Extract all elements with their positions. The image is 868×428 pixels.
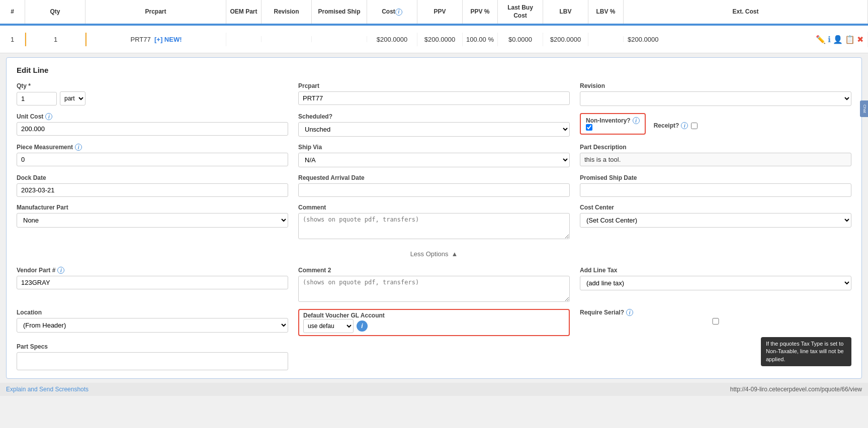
revision-label: Revision [580, 82, 851, 89]
user-icon[interactable]: 👤 [833, 35, 843, 44]
location-select[interactable]: (From Header) [17, 318, 288, 333]
th-lbv: LBV [543, 0, 588, 24]
th-extcost: Ext. Cost [624, 0, 868, 24]
row-extcost: $200.0000 ✏️ ℹ 👤 📋 ✖ [624, 32, 868, 47]
comment2-group: Comment 2 [298, 267, 570, 302]
comment2-label: Comment 2 [298, 267, 570, 274]
edit-icon[interactable]: ✏️ [816, 35, 826, 44]
ship-via-label: Ship Via [298, 144, 570, 151]
receipt-info-icon[interactable]: i [681, 122, 688, 129]
cost-center-group: Cost Center (Set Cost Center) [580, 204, 851, 239]
row-revision [262, 36, 312, 42]
qty-input[interactable] [17, 92, 57, 105]
less-options-label: Less Options [410, 250, 449, 258]
comment-label: Comment [298, 204, 570, 211]
th-prcpart: Prcpart [85, 0, 226, 24]
qty-row: part [17, 91, 288, 105]
req-arrival-label: Requested Arrival Date [298, 174, 570, 181]
dock-date-label: Dock Date [17, 174, 288, 181]
non-inventory-receipt-group: Non-Inventory? i Receipt? i [580, 113, 851, 137]
row-cost: $200.0000 [367, 33, 417, 46]
non-inventory-checkbox[interactable] [586, 124, 592, 131]
edit-panel: Edit Line Qty * part Prcpart Revision [6, 57, 862, 379]
part-specs-content [17, 352, 288, 370]
qty-label: Qty * [17, 82, 288, 89]
prcpart-label: Prcpart [298, 82, 570, 89]
triangle-up-icon: ▲ [452, 250, 458, 258]
row-lastbuy: $0.0000 [498, 33, 543, 46]
cost-info-icon[interactable]: i [395, 9, 402, 16]
row-qty: 1 [25, 33, 85, 46]
unit-cost-group: Unit Cost i [17, 113, 288, 137]
vendor-part-group: Vendor Part # i [17, 267, 288, 302]
prcpart-group: Prcpart [298, 82, 570, 106]
part-desc-value: this is a tool. [580, 153, 851, 166]
th-lbvpct: LBV % [588, 0, 624, 24]
comment-group: Comment [298, 204, 570, 239]
th-oem: OEM Part [226, 0, 262, 24]
add-line-tax-select[interactable]: (add line tax) [580, 276, 851, 290]
scheduled-select[interactable]: Unsched [298, 122, 570, 137]
row-lbvpct [588, 36, 624, 42]
add-line-tax-label: Add Line Tax [580, 267, 851, 274]
part-specs-group: Part Specs [17, 343, 288, 370]
copy-icon[interactable]: 📋 [845, 35, 855, 44]
promised-ship-input[interactable] [580, 183, 851, 197]
require-serial-info-icon[interactable]: i [626, 309, 633, 316]
comment2-textarea[interactable] [298, 276, 570, 302]
location-group: Location (From Header) [17, 309, 288, 336]
th-ppv: PPV [417, 0, 463, 24]
mfr-part-select[interactable]: None [17, 213, 288, 228]
scheduled-label: Scheduled? [298, 113, 570, 120]
piece-meas-info-icon[interactable]: i [75, 144, 82, 151]
new-link[interactable]: [+] NEW! [154, 36, 182, 43]
piece-meas-group: Piece Measurement i [17, 144, 288, 167]
bottom-bar: Explain and Send Screenshots http://4-09… [0, 383, 868, 396]
dock-date-input[interactable] [17, 183, 288, 197]
row-lbv: $200.0000 [543, 33, 588, 46]
less-options-row[interactable]: Less Options ▲ [17, 246, 851, 260]
info-icon[interactable]: ℹ [828, 35, 831, 44]
unit-cost-input[interactable] [17, 122, 288, 136]
explain-link[interactable]: Explain and Send Screenshots [6, 386, 89, 393]
gl-account-select[interactable]: use defau [303, 319, 354, 333]
edit-panel-title: Edit Line [17, 66, 851, 74]
comment-textarea[interactable] [298, 213, 570, 239]
non-inventory-box: Non-Inventory? i [580, 113, 646, 135]
require-serial-checkbox[interactable] [580, 318, 851, 325]
gl-info-button[interactable]: i [357, 320, 368, 332]
gl-account-label: Default Voucher GL Account [303, 312, 565, 319]
gl-account-highlighted: Default Voucher GL Account use defau i [298, 309, 570, 336]
unit-cost-info-icon[interactable]: i [45, 113, 52, 120]
form-grid: Qty * part Prcpart Revision Unit Cost i [17, 82, 851, 370]
gl-account-row: use defau i [303, 319, 565, 333]
require-serial-label: Require Serial? i [580, 309, 851, 316]
url-display: http://4-09-liro.cetecerpdevel.com/pquot… [730, 386, 862, 393]
revision-group: Revision [580, 82, 851, 106]
vendor-part-info-icon[interactable]: i [57, 267, 64, 274]
ship-via-select[interactable]: N/A [298, 153, 570, 167]
th-qty: Qty [25, 0, 85, 24]
cost-center-select[interactable]: (Set Cost Center) [580, 213, 851, 228]
mfr-part-group: Manufacturer Part None [17, 204, 288, 239]
part-desc-group: Part Description this is a tool. [580, 144, 851, 167]
prcpart-input[interactable] [298, 91, 570, 105]
delete-icon[interactable]: ✖ [857, 35, 863, 44]
unit-cost-label: Unit Cost i [17, 113, 288, 120]
mfr-part-label: Manufacturer Part [17, 204, 288, 211]
th-revision: Revision [262, 0, 312, 24]
vendor-part-input[interactable] [17, 276, 288, 289]
receipt-checkbox[interactable] [691, 123, 698, 129]
piece-meas-input[interactable] [17, 153, 288, 166]
scheduled-group: Scheduled? Unsched [298, 113, 570, 137]
th-promised: Promised Ship [312, 0, 367, 24]
non-inventory-info-icon[interactable]: i [633, 117, 640, 124]
scroll-tab[interactable]: Chat [860, 100, 868, 117]
promised-ship-label: Promised Ship Date [580, 174, 851, 181]
non-inventory-label: Non-Inventory? i [586, 117, 640, 124]
revision-select[interactable] [580, 91, 851, 106]
req-arrival-input[interactable] [298, 183, 570, 197]
qty-unit-select[interactable]: part [60, 91, 85, 105]
tax-tooltip: If the pquotes Tax Type is set to Non-Ta… [761, 337, 851, 366]
row-promised [312, 36, 367, 42]
